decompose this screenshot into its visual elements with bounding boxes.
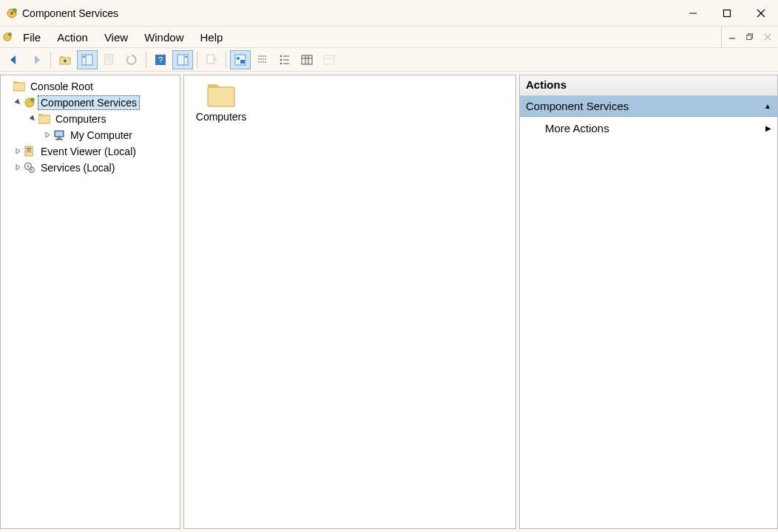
system-menu-icon[interactable] [0,27,15,47]
expander-icon[interactable] [27,115,38,123]
tree-node-services[interactable]: Services (Local) [1,160,180,176]
component-services-icon [23,96,36,109]
list-item-computers[interactable]: Computers [192,83,251,123]
refresh-button[interactable] [121,50,142,69]
menu-window[interactable]: Window [136,27,192,47]
tree-node-label: My Computer [68,129,135,142]
chevron-right-icon: ▶ [765,124,771,132]
tree-node-event-viewer[interactable]: Event Viewer (Local) [1,143,180,160]
tree-node-label: Component Services [38,96,139,109]
folder-icon [38,112,51,126]
svg-rect-56 [27,150,31,151]
expander-icon[interactable] [13,164,23,172]
svg-rect-57 [27,151,31,152]
window-controls [676,0,778,26]
menu-view[interactable]: View [96,27,136,47]
detail-view-button[interactable] [297,50,317,69]
svg-text:?: ? [158,55,163,64]
collapse-icon[interactable]: ▲ [764,102,771,110]
maximize-button[interactable] [710,0,744,26]
toolbar: ? [0,48,778,72]
app-icon [6,7,18,19]
svg-point-8 [9,33,12,36]
folder-icon [13,80,26,93]
toolbar-separator [226,52,226,68]
menu-help[interactable]: Help [192,27,231,47]
status-view-button[interactable] [252,50,273,69]
svg-point-48 [31,98,34,101]
title-bar: Component Services [0,0,778,26]
svg-point-29 [237,57,240,60]
show-hide-action-pane-button[interactable] [172,50,193,69]
svg-rect-26 [185,56,187,58]
tree-node-label: Console Root [28,80,95,93]
services-icon [23,161,36,174]
menu-file[interactable]: File [15,27,49,47]
toolbar-separator [197,52,197,68]
svg-rect-52 [57,137,61,139]
help-button[interactable]: ? [150,50,171,69]
mdi-minimize-button[interactable] [724,29,740,45]
svg-point-61 [31,169,33,171]
svg-rect-49 [38,115,50,123]
menu-action[interactable]: Action [49,27,96,47]
menu-bar: File Action View Window Help [0,26,778,48]
svg-point-34 [280,55,282,56]
content-pane[interactable]: Computers [183,75,516,529]
svg-rect-30 [240,60,245,64]
back-button[interactable] [4,50,24,69]
toolbar-separator [50,52,51,68]
window-title: Component Services [22,7,118,19]
up-one-level-button[interactable] [55,50,75,69]
actions-pane: Actions Component Services ▲ More Action… [519,75,778,529]
tree-node-component-services[interactable]: Component Services [1,95,180,111]
mdi-close-button[interactable] [760,29,776,45]
close-button[interactable] [744,0,778,26]
mdi-controls [721,27,778,47]
svg-rect-17 [83,56,85,58]
view-application-button[interactable] [230,50,251,69]
forward-button[interactable] [26,50,47,69]
tree-node-computers[interactable]: Computers [1,111,180,127]
properties-button[interactable] [99,50,120,69]
svg-rect-55 [27,148,31,149]
action-item-label: More Actions [545,122,609,134]
folder-icon [206,83,236,108]
action-more-actions[interactable]: More Actions ▶ [520,117,777,139]
svg-rect-62 [208,87,234,106]
svg-rect-27 [207,55,214,64]
svg-point-1 [10,12,13,15]
actions-section-header[interactable]: Component Services ▲ [520,96,777,117]
svg-rect-46 [13,83,25,91]
list-item-label: Computers [192,111,251,123]
export-list-button[interactable] [201,50,222,69]
event-viewer-icon [23,145,36,158]
actions-pane-header: Actions [520,75,777,96]
main-area: Console Root Component Services Computer… [0,72,778,532]
tree-node-my-computer[interactable]: My Computer [1,127,180,143]
expander-icon[interactable] [13,148,23,156]
expander-icon[interactable] [13,99,23,107]
list-view-button[interactable] [274,50,295,69]
tree-node-console-root[interactable]: Console Root [1,78,180,95]
svg-rect-4 [724,10,731,16]
expander-icon[interactable] [42,132,53,140]
console-tree-pane[interactable]: Console Root Component Services Computer… [0,75,180,529]
tree-node-label: Event Viewer (Local) [38,145,138,158]
svg-rect-44 [324,55,334,64]
svg-point-2 [13,8,16,11]
view-disabled-button [319,50,339,69]
toolbar-separator [146,52,146,68]
show-hide-console-tree-button[interactable] [77,50,98,69]
svg-rect-51 [55,132,63,136]
actions-section-title: Component Services [526,100,629,112]
svg-rect-40 [302,55,312,64]
svg-rect-11 [747,35,751,40]
computer-icon [53,129,66,142]
mdi-restore-button[interactable] [742,29,758,45]
tree-node-label: Computers [53,112,108,126]
svg-point-59 [27,166,30,168]
svg-rect-53 [55,139,63,140]
svg-point-38 [280,62,282,64]
minimize-button[interactable] [676,0,710,26]
